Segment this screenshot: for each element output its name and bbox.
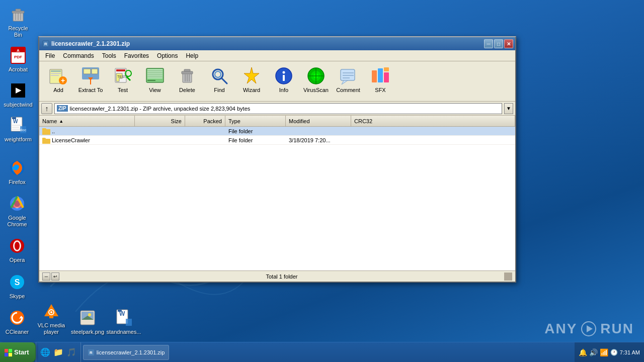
file-type-parent: File folder [225, 128, 286, 135]
menu-commands[interactable]: Commands [59, 51, 98, 60]
close-button[interactable]: ✕ [504, 39, 513, 48]
tray-icon-network[interactable]: 📶 [600, 348, 608, 356]
recycle-bin-icon [9, 5, 27, 23]
desktop-icon-vlc[interactable]: VLC media player [35, 299, 67, 337]
tray-icon-volume[interactable]: 🔊 [589, 348, 598, 356]
toolbar-wizard-button[interactable]: Wizard [236, 63, 267, 100]
toolbar-delete-button[interactable]: Delete [172, 63, 202, 100]
svg-rect-102 [5, 349, 8, 352]
file-row-parent[interactable]: .. File folder [39, 127, 515, 136]
desktop-icons-bottom: Firefox Google Chrome [0, 156, 34, 339]
drive-btn-1[interactable]: ─ [42, 273, 50, 281]
col-header-size[interactable]: Size [135, 116, 185, 126]
ql-media-icon[interactable]: 🎵 [65, 346, 77, 358]
address-dropdown-button[interactable]: ▼ [504, 103, 513, 114]
desktop-icon-weightform[interactable]: W doc weightform [2, 113, 34, 145]
subjectwind-label: subjectwind [4, 102, 32, 108]
menu-favorites[interactable]: Favorites [120, 51, 153, 60]
svg-text:▶: ▶ [16, 86, 22, 94]
desktop-icon-standnames[interactable]: W standnames... [108, 306, 140, 337]
col-header-type[interactable]: Type [225, 116, 286, 126]
file-modified-parent [286, 131, 351, 132]
desktop-icon-skype[interactable]: S Skype [1, 270, 33, 302]
desktop-icon-acrobat[interactable]: A PDF Acrobat [2, 43, 34, 75]
menu-file[interactable]: File [41, 51, 59, 60]
anyrun-run-text: RUN [600, 321, 634, 337]
toolbar-delete-label: Delete [179, 87, 195, 93]
info-icon [274, 66, 293, 85]
col-header-packed[interactable]: Packed [185, 116, 225, 126]
taskbar-winrar-item[interactable]: R licensecrawler_2.1.2301.zip [83, 345, 170, 360]
toolbar-comment-label: Comment [336, 87, 360, 93]
winrar-title-icon: R [42, 40, 49, 47]
ql-folder-icon[interactable]: 📁 [52, 346, 64, 358]
maximize-button[interactable]: □ [494, 39, 503, 48]
svg-rect-105 [9, 353, 12, 356]
comment-icon [339, 66, 358, 85]
tray-icon-notification[interactable]: 🔔 [579, 348, 587, 356]
drive-buttons: ─ ↩ [42, 273, 59, 281]
toolbar-extract-label: Extract To [78, 87, 103, 93]
sort-indicator: ▲ [59, 119, 63, 124]
desktop-icon-subjectwind[interactable]: ▶ subjectwind [2, 78, 34, 110]
toolbar-test-button[interactable]: TEST Test [108, 63, 138, 100]
col-header-name[interactable]: Name ▲ [39, 116, 135, 126]
desktop-icon-opera[interactable]: Opera [1, 234, 33, 265]
toolbar-virusscan-label: VirusScan [303, 87, 329, 93]
desktop-icons-bottom-row: VLC media player steelpark.png W [35, 299, 140, 339]
skype-label: Skype [10, 293, 25, 300]
toolbar-add-button[interactable]: + Add [43, 63, 73, 100]
svg-rect-100 [42, 129, 50, 135]
menu-tools[interactable]: Tools [98, 51, 120, 60]
weightform-icon: W doc [9, 116, 27, 134]
desktop-icon-ccleaner[interactable]: CCleaner [1, 306, 33, 337]
start-label: Start [14, 348, 29, 356]
toolbar-virusscan-button[interactable]: VirusScan [301, 63, 331, 100]
tray-icon-clock[interactable]: 🕐 [610, 349, 618, 356]
standnames-icon: W [115, 309, 133, 327]
test-icon: TEST [113, 66, 132, 85]
desktop-icon-firefox[interactable]: Firefox [1, 156, 33, 188]
svg-text:R: R [44, 42, 47, 46]
svg-rect-104 [5, 353, 8, 356]
minimize-button[interactable]: ─ [484, 39, 493, 48]
svg-point-36 [50, 311, 52, 313]
svg-text:W: W [13, 119, 18, 124]
file-packed-licensecrawler [185, 140, 225, 141]
desktop-icon-recycle-bin[interactable]: Recycle Bin [2, 2, 34, 40]
desktop-icons-top: Recycle Bin A PDF Acrobat ▶ subjectwind [1, 2, 35, 145]
desktop-icon-chrome[interactable]: Google Chrome [1, 192, 33, 230]
up-directory-button[interactable]: ↑ [41, 103, 52, 114]
ql-ie-icon[interactable]: 🌐 [39, 346, 51, 358]
toolbar-add-label: Add [53, 87, 63, 93]
col-header-crc32[interactable]: CRC32 [351, 116, 515, 126]
file-list-container: Name ▲ Size Packed Type Modified CRC32 [39, 116, 515, 270]
start-button[interactable]: Start [0, 342, 36, 362]
status-text: Total 1 folder [59, 274, 504, 280]
menu-help[interactable]: Help [182, 51, 202, 60]
svg-marker-82 [244, 67, 259, 83]
svg-marker-46 [587, 325, 593, 332]
desktop-icon-steelpark[interactable]: steelpark.png [71, 306, 104, 337]
address-path: ZIP licensecrawler_2.1.2301.zip - ZIP ar… [54, 103, 502, 114]
resize-grip[interactable] [504, 273, 512, 281]
file-size-parent [135, 131, 185, 132]
svg-rect-101 [42, 139, 50, 144]
toolbar-comment-button[interactable]: Comment [333, 63, 363, 100]
file-crc32-licensecrawler [351, 140, 515, 141]
steelpark-icon [78, 309, 97, 327]
window-controls: ─ □ ✕ [484, 39, 513, 48]
drive-btn-2[interactable]: ↩ [51, 273, 59, 281]
taskbar-items: R licensecrawler_2.1.2301.zip [81, 345, 575, 360]
toolbar-extract-button[interactable]: Extract To [75, 63, 106, 100]
menu-options[interactable]: Options [153, 51, 182, 60]
file-type-licensecrawler: File folder [225, 137, 286, 144]
toolbar-info-button[interactable]: Info [269, 63, 299, 100]
toolbar-sfx-button[interactable]: SFX [365, 63, 395, 100]
skype-icon: S [8, 273, 26, 291]
address-path-text: licensecrawler_2.1.2301.zip - ZIP archiv… [70, 106, 251, 112]
toolbar-view-button[interactable]: View [140, 63, 170, 100]
col-header-modified[interactable]: Modified [286, 116, 351, 126]
toolbar-find-button[interactable]: Find [204, 63, 234, 100]
file-row-licensecrawler[interactable]: LicenseCrawler File folder 3/18/2019 7:2… [39, 136, 515, 145]
